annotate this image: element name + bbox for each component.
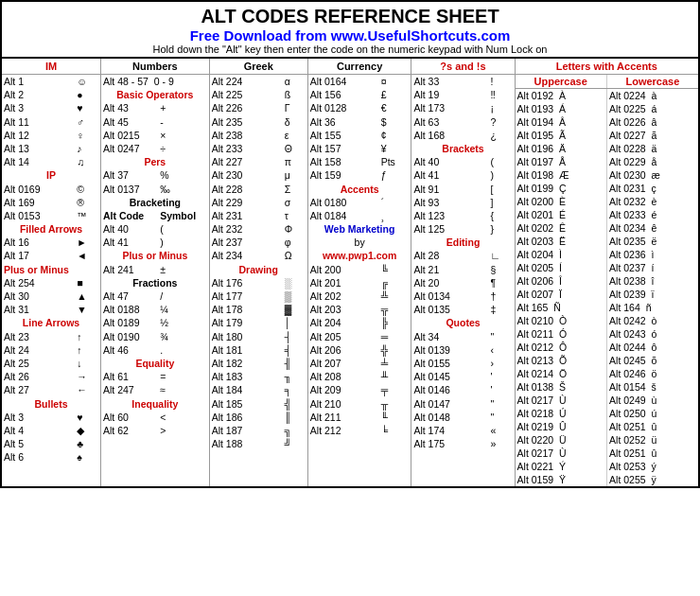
letters-data-table: Alt 0192 ÀAlt 0224 à Alt 0193 ÁAlt 0225 … [516,89,698,486]
cur-alt201-sym: ╔ [379,276,411,289]
im-alt1-sym: ☺ [75,75,100,88]
cat-filled-arrows: Filled Arrows [2,222,100,236]
ltr-r2-lower: Alt 0225 á [607,102,698,115]
cur-alt156-code: Alt 156 [308,88,379,101]
im-alt30-code: Alt 30 [2,289,75,303]
cur-alt0164-code: Alt 0164 [308,75,379,88]
gr-alt231-code: Alt 231 [210,209,283,222]
num-alt0247-sym: ÷ [158,142,208,155]
col-header-im: IM [2,59,101,75]
main-data-row: Alt 1☺ Alt 2● Alt 3♥ Alt 11♂ Alt 12♀ Alt… [2,75,698,487]
gr-alt226-sym: Γ [283,101,307,114]
cur-alt212-sym: ╘ [379,424,411,437]
gr-alt176-sym: ░ [283,276,307,289]
qs-alt93-sym: ] [488,196,514,209]
header-section: ALT CODES REFERENCE SHEET Free Download … [2,2,698,59]
ltr-r30-lower: Alt 0255 ÿ [607,473,698,486]
gr-alt184-code: Alt 184 [210,383,283,396]
qs-alt40-code: Alt 40 [411,155,488,168]
gr-alt183-code: Alt 183 [210,370,283,383]
num-alt37-code: Alt 37 [101,168,158,182]
im-alt3-sym: ♥ [75,101,100,114]
ltr-r19-lower: Alt 0243 ó [607,327,698,341]
ltr-r9-lower: Alt 0232 è [607,195,698,208]
ltr-r18-lower: Alt 0242 ò [607,314,698,327]
im-alt27-code: Alt 27 [2,383,75,396]
gr-alt234-code: Alt 234 [210,249,283,262]
gr-alt235-sym: δ [283,115,307,129]
gr-alt183-sym: ╖ [283,370,307,383]
qs-alt19-code: Alt 19 [411,88,488,101]
ltr-r17-upper: Alt 165 Ñ [516,301,607,314]
cur-alt204-code: Alt 204 [308,316,379,329]
qs-alt93-code: Alt 93 [411,196,488,209]
qs-alt0155-sym: › [488,357,514,370]
ltr-r29-upper: Alt 0221 Ý [516,460,607,473]
num-alt45-code: Alt 45 [101,115,158,129]
qs-alt0146-code: Alt 0146 [411,383,488,396]
gr-alt177-sym: ▒ [283,289,307,303]
ltr-r15-lower: Alt 0238 î [607,274,698,288]
qs-alt168-sym: ¿ [488,129,514,142]
im-alt25-code: Alt 25 [2,357,75,370]
num-alt45-sym: - [158,115,208,129]
letters-header-table: Uppercase Lowercase [516,75,698,89]
cur-alt209-code: Alt 209 [308,383,379,396]
qs-alt0134-code: Alt 0134 [411,289,488,303]
ltr-r20-lower: Alt 0244 ô [607,341,698,354]
qs-alt0146-sym: ' [488,383,514,396]
qs-alt0135-code: Alt 0135 [411,303,488,316]
num-alt47-sym: / [158,289,208,303]
ltr-r24-upper: Alt 0217 Ù [516,394,607,407]
ltr-r30-upper: Alt 0159 Ÿ [516,473,607,486]
num-alt37-sym: % [158,168,208,182]
ltr-r27-lower: Alt 0252 ü [607,433,698,447]
num-alt46-sym: . [158,343,208,357]
cat-web-marketing: Web Marketing [308,222,411,236]
qs-alt21-code: Alt 21 [411,263,488,276]
qs-alt0139-code: Alt 0139 [411,343,488,357]
im-alt24-code: Alt 24 [2,343,75,357]
gr-alt238-sym: ε [283,129,307,142]
ltr-r10-upper: Alt 0201 É [516,208,607,221]
ltr-r22-upper: Alt 0214 Ö [516,367,607,380]
subtitle: Free Download from www.UsefulShortcuts.c… [4,27,696,44]
col-header-ques: ?s and !s [411,59,515,75]
num-alt60-sym: < [158,411,208,424]
qs-alt19-sym: ‼ [488,88,514,101]
im-alt0169-code: Alt 0169 [2,183,75,196]
ltr-r10-lower: Alt 0233 é [607,208,698,221]
gr-alt224-sym: α [283,75,307,88]
gr-alt184-sym: ╕ [283,383,307,396]
ltr-r7-lower: Alt 0230 æ [607,168,698,182]
qs-alt0147-code: Alt 0147 [411,397,488,411]
col-currency: Alt 0164¤ Alt 156£ Alt 0128€ Alt 36$ Alt… [307,75,411,487]
num-alt241-sym: ± [158,263,208,276]
ltr-r23-upper: Alt 0138 Š [516,380,607,394]
gr-alt186-sym: ║ [283,411,307,424]
num-alt0190-sym: ¾ [158,330,208,343]
cat-bullets: Bullets [2,397,100,411]
ltr-r14-lower: Alt 0237 í [607,261,698,274]
im-alt0153-code: Alt 0153 [2,209,75,222]
num-alt241-code: Alt 241 [101,263,158,276]
im-alt3-code: Alt 3 [2,101,75,114]
instruction: Hold down the "Alt" key then enter the c… [4,44,696,55]
num-alt40-sym: ( [158,222,208,236]
cat-drawing: Drawing [210,263,307,276]
col-ques: Alt 33! Alt 19‼ Alt 173¡ Alt 63? Alt 168… [411,75,515,487]
num-alt0137-sym: ‰ [158,183,208,196]
qs-alt174-code: Alt 174 [411,424,488,437]
cur-alt211-sym: ╙ [379,411,411,424]
num-alt247-code: Alt 247 [101,383,158,396]
qs-alt125-sym: } [488,222,514,236]
cat-plus-minus: Plus or Minus [2,263,100,276]
cat-pers: Pers [101,155,209,168]
numbers-table: Alt 48 - 57 0 - 9 Basic Operators Alt 43… [101,75,209,437]
ltr-r7-upper: Alt 0198 Æ [516,168,607,182]
num-alt0247-code: Alt 0247 [101,142,158,155]
qs-alt0145-code: Alt 0145 [411,370,488,383]
num-alt41-code: Alt 41 [101,236,158,249]
cur-alt208-sym: ╨ [379,370,411,383]
cur-alt202-sym: ╩ [379,289,411,303]
